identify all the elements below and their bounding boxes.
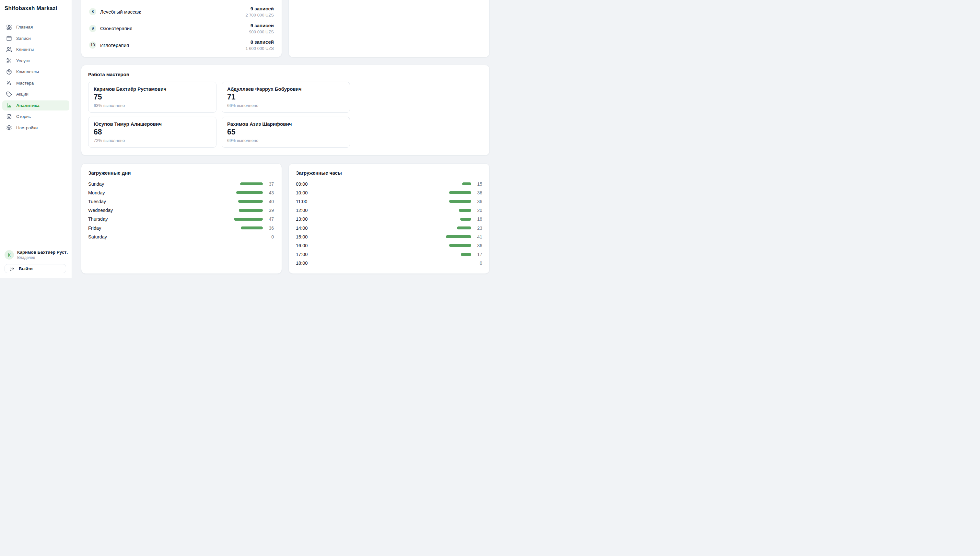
sidebar-item-packages[interactable]: Комплексы [2,67,70,77]
dashboard-icon [6,24,12,30]
sidebar-item-masters[interactable]: Мастера [2,78,70,88]
day-label: Wednesday [88,208,113,213]
hour-bar [461,253,471,256]
hour-label: 16:00 [296,243,307,248]
day-bar [240,183,263,185]
hour-label: 10:00 [296,190,307,196]
master-name: Каримов Бахтиёр Рустамович [94,86,211,92]
master-count: 71 [227,93,344,102]
hour-bar-row: 11:00 36 [296,197,482,206]
day-value: 39 [265,208,274,213]
user-gear-icon [6,80,12,86]
day-bar-row: Friday 36 [88,223,274,232]
tag-icon [6,91,12,97]
masters-section-card: Работа мастеров Каримов Бахтиёр Рустамов… [81,65,490,155]
logout-button[interactable]: Выйти [5,264,66,273]
sidebar-item-stories[interactable]: Сторис [2,112,70,121]
day-value: 43 [265,190,274,196]
master-completed: 66% выполнено [227,103,344,108]
sidebar: Shifobaxsh Markazi Главная Записи Клиент… [0,0,72,278]
hour-bar [446,235,471,238]
sidebar-item-label: Записи [16,36,31,41]
top-services-card: 8 Лечебный массаж 9 записей 2 700 000 UZ… [81,0,282,57]
day-bar [238,200,263,203]
sidebar-item-records[interactable]: Записи [2,33,70,44]
service-rank-badge: 8 [89,8,96,15]
day-bar-row: Tuesday 40 [88,197,274,206]
day-bar-row: Sunday 37 [88,179,274,188]
service-records: 9 записей [246,6,274,11]
top-right-card [288,0,490,57]
service-name: Озонотерапия [100,26,132,31]
logout-label: Выйти [19,266,33,271]
busy-days-title: Загруженные дни [88,170,274,176]
master-card: Рахимов Азиз Шарифович 65 69% выполнено [222,116,350,148]
sidebar-item-promotions[interactable]: Акции [2,89,70,99]
sidebar-header: Shifobaxsh Markazi [0,0,72,17]
sidebar-item-home[interactable]: Главная [2,22,70,32]
sidebar-item-clients[interactable]: Клиенты [2,44,70,55]
service-records: 9 записей [249,23,274,28]
sidebar-item-label: Комплексы [16,70,39,74]
day-bar [239,209,263,212]
service-name: Иглотерапия [100,42,129,48]
day-value: 47 [265,217,274,221]
clients-icon [6,47,12,52]
hour-bar-row: 14:00 23 [296,223,482,232]
analytics-icon [6,102,12,108]
hour-value: 0 [474,260,482,266]
service-amount: 2 700 000 UZS [246,13,274,18]
sidebar-nav: Главная Записи Клиенты Услуги Комплексы … [0,22,72,133]
hour-label: 13:00 [296,217,307,221]
user-profile[interactable]: К Каримов Бахтиёр Руст… Владелец [5,250,68,260]
service-records: 8 записей [246,39,274,45]
hour-label: 18:00 [296,260,307,266]
logout-icon [10,266,14,271]
sidebar-item-label: Услуги [16,58,30,63]
scissors-icon [6,58,12,63]
service-rank-badge: 9 [89,25,96,32]
day-bar [234,218,263,221]
master-card: Абдуллаев Фаррух Бобурович 71 66% выполн… [222,82,350,113]
masters-section-title: Работа мастеров [88,72,483,77]
hour-bar [457,226,471,230]
master-completed: 69% выполнено [227,138,344,143]
hour-bar [449,191,471,194]
hour-bar-row: 18:00 0 [296,259,482,268]
hour-value: 36 [474,243,482,248]
master-card: Каримов Бахтиёр Рустамович 75 63% выполн… [88,82,217,113]
hour-value: 41 [474,234,482,239]
day-bar-row: Monday 43 [88,188,274,197]
sidebar-item-label: Настройки [16,125,37,130]
day-value: 36 [265,226,274,231]
busy-hours-title: Загруженные часы [296,170,482,176]
hour-value: 18 [474,217,482,221]
hour-bar [449,244,471,247]
sidebar-item-services[interactable]: Услуги [2,56,70,66]
hour-bar-row: 10:00 36 [296,188,482,197]
app-title: Shifobaxsh Markazi [5,5,57,12]
hour-bar-row: 15:00 41 [296,232,482,241]
service-row: 8 Лечебный массаж 9 записей 2 700 000 UZ… [89,3,274,20]
master-name: Юсупов Тимур Алишерович [94,121,211,127]
sidebar-item-label: Сторис [16,114,31,119]
hour-bar [460,218,471,221]
day-value: 40 [265,199,274,204]
day-bar [236,191,263,194]
sidebar-item-settings[interactable]: Настройки [2,123,70,133]
hour-value: 23 [474,226,482,231]
hour-bar [462,183,472,185]
day-bar-row: Wednesday 39 [88,206,274,215]
busy-hours-card: Загруженные часы 09:00 15 10:00 36 [288,163,490,274]
calendar-icon [6,35,12,41]
busy-days-chart: Sunday 37 Monday 43 Tuesday [88,179,274,241]
user-role: Владелец [17,255,68,260]
hour-value: 20 [474,208,482,213]
service-amount: 900 000 UZS [249,29,274,34]
hour-bar [449,200,471,203]
day-bar-row: Saturday 0 [88,232,274,241]
master-name: Абдуллаев Фаррух Бобурович [227,86,344,92]
sidebar-item-analytics[interactable]: Аналитика [2,100,70,110]
day-label: Tuesday [88,199,106,204]
sidebar-item-label: Акции [16,92,29,97]
